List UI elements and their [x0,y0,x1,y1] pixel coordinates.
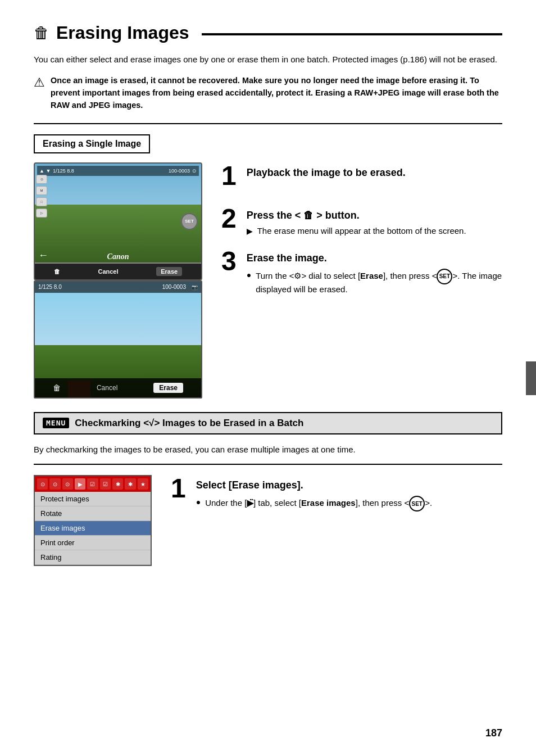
menu-item-print[interactable]: Print order [35,536,151,550]
step1-number: 1 [221,162,237,189]
steps-col: 1 Playback the image to be erased. 2 Pre… [221,162,502,399]
menu-item-rotate[interactable]: Rotate [35,506,151,521]
camera-top-image: ▲ ▼ 1/125 8.8 100-0003 ⊙ ⊙ M □ ▷ SET Can… [34,162,202,280]
section1-header: Erasing a Single Image [34,134,150,153]
cam-set-button: SET [181,213,198,230]
step3-title: Erase the image. [247,248,502,264]
cam-btn-3: □ [36,197,47,206]
page-number: 187 [485,727,502,739]
section2-divider [34,464,502,465]
step2-title: Press the < 🗑 > button. [247,205,466,221]
menu-list-image: ⊙ ⊙ ⊙ ▶ ☑ ☑ ✱ ✱ ★ Protect images Rotate … [34,475,152,566]
cam-bottom-menu: 🗑 Cancel Erase [35,378,201,397]
erase-label-cam2: Erase [153,383,183,393]
s2-step1-bullet: ● Under the [▶̈] tab, select [Erase imag… [196,496,432,511]
step1-title: Playback the image to be erased. [247,162,406,179]
camera-images-col: ▲ ▼ 1/125 8.8 100-0003 ⊙ ⊙ M □ ▷ SET Can… [34,162,208,399]
s2-step1-number: 1 [171,475,186,502]
tab-icon-6: ☑ [100,478,111,490]
trash-title-icon: 🗑 [34,24,49,42]
tab-icon-5: ☑ [87,478,98,490]
cam-icon: ⊙ [192,168,197,174]
tab-icon-2: ⊙ [49,478,60,490]
tab-icon-1: ⊙ [37,478,48,490]
menu-items-list: Protect images Rotate Erase images Print… [35,492,151,565]
step2-number: 2 [221,205,237,232]
section2-header-text: Checkmarking <√> Images to be Erased in … [75,418,303,429]
step2-arrow: ▶ [247,227,253,236]
intro-text: You can either select and erase images o… [34,53,502,66]
section2-header: MENU Checkmarking <√> Images to be Erase… [34,412,502,434]
menu-badge: MENU [43,418,69,428]
trash-icon-cam2: 🗑 [53,383,61,392]
tab-icon-3: ⊙ [62,478,73,490]
cam-status-top: 1/125 8.0 100-0003 📷 [35,282,201,293]
step3-number: 3 [221,248,237,275]
step2-block: 2 Press the < 🗑 > button. ▶ The erase me… [221,205,502,237]
step2-text: The erase menu will appear at the bottom… [257,226,466,236]
menu-list-col: ⊙ ⊙ ⊙ ▶ ☑ ☑ ✱ ✱ ★ Protect images Rotate … [34,475,157,566]
tab-icon-9: ★ [138,478,148,490]
s2-step1-title: Select [Erase images]. [196,475,432,491]
cam-btn-2: M [36,186,47,195]
cam2-status-right: 100-0003 [162,284,186,290]
cam-info: 1/125 8.8 [53,168,74,174]
camera-bottom-image: 1/125 8.0 100-0003 📷 🗑 Cancel Erase [34,280,202,399]
warning-icon: ⚠ [34,75,45,90]
menu-item-rating[interactable]: Rating [35,550,151,565]
section2-intro: By checkmarking the images to be erased,… [34,443,502,456]
page-title: Erasing Images [56,22,189,43]
side-tab [526,361,536,395]
set-badge-2: SET [409,496,425,511]
s2-step1-block: 1 Select [Erase images]. ● Under the [▶̈… [171,475,502,511]
section2-steps-col: 1 Select [Erase images]. ● Under the [▶̈… [171,475,502,566]
section2-content: ⊙ ⊙ ⊙ ▶ ☑ ☑ ✱ ✱ ★ Protect images Rotate … [34,475,502,566]
s2-step1-text: Under the [▶̈] tab, select [Erase images… [205,496,432,511]
cam-btn-1: ⊙ [36,175,47,184]
cam-status-bar: ▲ ▼ 1/125 8.8 100-0003 ⊙ [37,166,199,176]
step2-bullet: ▶ The erase menu will appear at the bott… [247,226,466,236]
trash-icon-small: 🗑 [54,268,60,275]
cam-folder: 100-0003 [169,168,190,174]
tab-icon-4-active: ▶ [75,478,85,490]
tab-icon-8: ✱ [125,478,135,490]
cam-btn-4: ▷ [36,209,47,218]
set-badge: SET [437,269,452,284]
camera-ui: ▲ ▼ 1/125 8.8 100-0003 ⊙ ⊙ M □ ▷ SET Can… [35,164,201,279]
menu-item-erase[interactable]: Erase images [35,521,151,536]
tab-icon-7: ✱ [112,478,123,490]
warning-text: Once an image is erased, it cannot be re… [51,74,502,112]
cancel-label-cam2: Cancel [97,384,117,392]
erase-label-cam1: Erase [156,267,182,276]
step3-block: 3 Erase the image. ● Turn the <⚙> dial t… [221,248,502,294]
cam2-status-left: 1/125 8.0 [38,284,62,290]
cancel-label-cam1: Cancel [98,268,118,275]
step3-text: Turn the <⚙> dial to select [Erase], the… [256,269,502,294]
cam-side-buttons: ⊙ M □ ▷ [36,175,47,218]
menu-item-protect[interactable]: Protect images [35,492,151,506]
s2-step1-dot: ● [196,497,201,506]
step3-dot: ● [247,270,251,279]
cam-shutter: ▲ ▼ [39,168,51,174]
page-title-section: 🗑 Erasing Images [34,22,502,43]
step1-block: 1 Playback the image to be erased. [221,162,502,194]
section1-content: ▲ ▼ 1/125 8.8 100-0003 ⊙ ⊙ M □ ▷ SET Can… [34,162,502,399]
cam2-icon: 📷 [192,284,198,290]
step3-bullet: ● Turn the <⚙> dial to select [Erase], t… [247,269,502,294]
title-bar [202,33,502,35]
cam-arrow: ← [38,250,48,261]
menu-tab-bar: ⊙ ⊙ ⊙ ▶ ☑ ☑ ✱ ✱ ★ [35,476,151,492]
cam-bottom-bar: 🗑 Cancel Erase [35,264,201,279]
section1-divider [34,123,502,124]
warning-box: ⚠ Once an image is erased, it cannot be … [34,74,502,112]
canon-logo: Canon [107,252,129,261]
